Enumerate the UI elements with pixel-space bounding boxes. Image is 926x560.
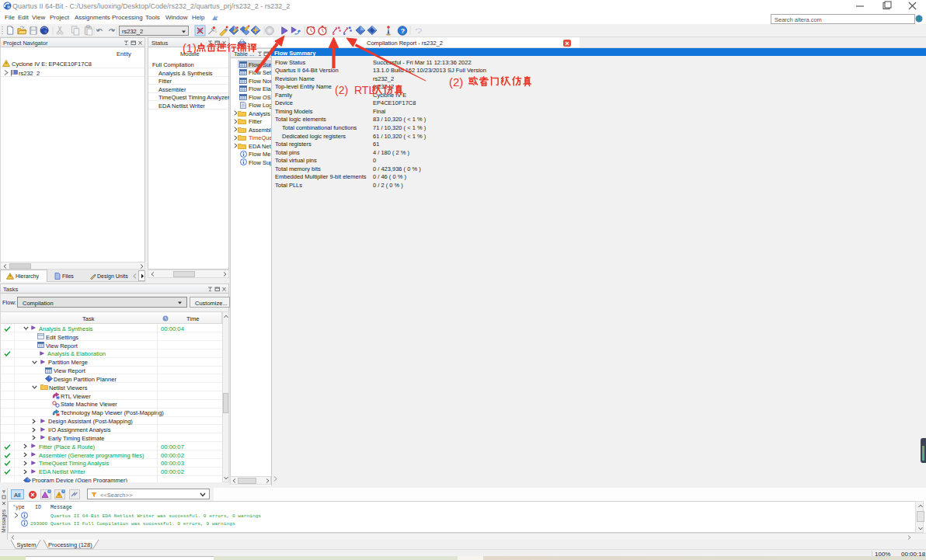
svg-text:0: 0 (49, 490, 50, 493)
svg-text:?: ? (401, 27, 405, 35)
svg-text:9: 9 (63, 490, 64, 493)
